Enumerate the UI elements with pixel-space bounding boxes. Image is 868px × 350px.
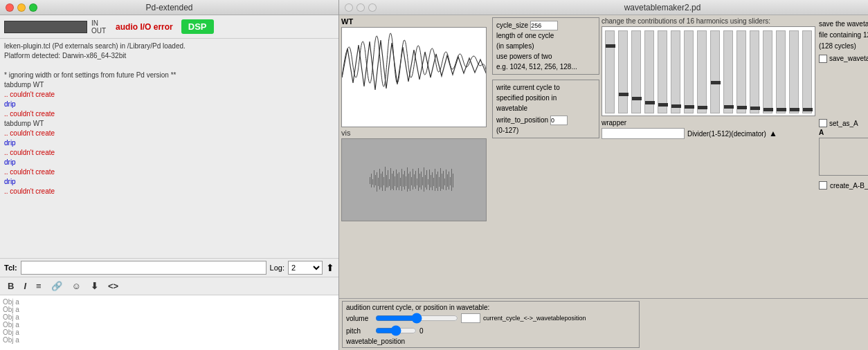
cycle-pos-label: current_cycle_<->_wavetableposition <box>483 315 586 322</box>
svg-rect-5 <box>374 170 374 187</box>
svg-rect-27 <box>404 171 405 190</box>
wt-label: WT <box>341 17 490 26</box>
a-label: A <box>819 129 868 136</box>
vis-canvas <box>341 138 487 221</box>
svg-rect-21 <box>396 169 397 190</box>
text-editor-area[interactable]: Obj a Obj a Obj a Obj a Obj a Obj a <box>0 295 338 350</box>
dsp-button[interactable]: DSP <box>181 19 214 34</box>
svg-rect-2 <box>370 177 370 184</box>
console-line: tabdump WT <box>4 119 334 129</box>
right-min[interactable] <box>356 3 365 12</box>
pitch-slider[interactable] <box>375 325 417 336</box>
console-line: drip <box>4 177 334 187</box>
svg-rect-28 <box>406 176 406 186</box>
tcl-label: Tcl: <box>4 264 17 272</box>
svg-rect-37 <box>418 168 419 191</box>
wrapper-row: wrapper <box>602 119 815 127</box>
svg-rect-23 <box>399 172 399 190</box>
pd-console: leken-plugin.tcl (Pd externals search) i… <box>0 39 338 258</box>
svg-rect-51 <box>437 172 438 191</box>
code-button[interactable]: <> <box>106 280 120 292</box>
svg-rect-45 <box>429 169 430 190</box>
set-a-checkbox[interactable] <box>819 119 827 127</box>
svg-rect-58 <box>447 174 448 187</box>
wrapper-input[interactable] <box>602 128 685 139</box>
vis-label: vis <box>341 129 490 137</box>
svg-rect-18 <box>392 174 392 189</box>
svg-rect-33 <box>413 169 413 190</box>
upload-button[interactable]: ⬇ <box>89 280 100 292</box>
audio-error-text: audio I/O error <box>116 22 173 32</box>
console-line: drip <box>4 100 334 109</box>
console-line: .. couldn't create <box>4 187 334 196</box>
write-label1: write current cycle to <box>496 82 595 93</box>
svg-rect-49 <box>435 169 435 191</box>
console-line <box>4 61 334 71</box>
volume-label: volume <box>346 315 372 322</box>
close-button[interactable] <box>6 3 14 12</box>
svg-rect-20 <box>395 176 395 186</box>
wavetable-pos-row: wavetable_position <box>346 338 635 345</box>
pd-toolbar: IN OUT audio I/O error DSP <box>0 15 338 39</box>
save-line3: (128 cycles) <box>819 41 868 52</box>
svg-rect-16 <box>389 179 390 186</box>
svg-rect-19 <box>393 171 394 190</box>
write-position-input[interactable] <box>550 116 568 125</box>
volume-row: volume current_cycle_<->_wavetablepositi… <box>346 313 635 324</box>
wavetable-titlebar: wavetablemaker2.pd <box>339 0 868 15</box>
log-select[interactable]: 2 1 3 <box>288 261 323 275</box>
emoji-button[interactable]: ☺ <box>70 280 83 292</box>
svg-rect-26 <box>403 174 404 187</box>
minimize-button[interactable] <box>17 3 26 12</box>
svg-rect-34 <box>414 174 415 187</box>
cycle-hint4: e.g. 1024, 512, 256, 128... <box>496 62 595 72</box>
svg-rect-55 <box>443 171 444 190</box>
svg-rect-42 <box>425 175 426 187</box>
set-a-section: set_as_A A <box>819 119 868 176</box>
harmonics-sliders <box>602 26 815 116</box>
cycle-hint2: (in samples) <box>496 41 595 51</box>
save-wavetable-checkbox[interactable] <box>819 55 827 63</box>
svg-rect-50 <box>436 174 437 188</box>
maximize-button[interactable] <box>29 3 37 12</box>
audition-box: audition current cycle, or position in w… <box>342 301 640 348</box>
list-button[interactable]: ≡ <box>34 280 44 292</box>
cycle-size-input[interactable] <box>530 21 558 30</box>
right-max[interactable] <box>368 3 377 12</box>
cycle-size-label: cycle_size <box>496 20 528 30</box>
svg-rect-38 <box>419 174 420 187</box>
out-label: OUT <box>91 27 106 35</box>
bold-button[interactable]: B <box>6 280 16 292</box>
tcl-input[interactable] <box>21 261 266 275</box>
vis-svg <box>342 139 487 221</box>
svg-rect-47 <box>432 172 433 190</box>
write-input-label: write_to_position <box>496 115 548 125</box>
italic-button[interactable]: I <box>21 280 28 292</box>
log-arrow[interactable]: ⬆ <box>326 262 334 273</box>
svg-rect-44 <box>428 179 428 185</box>
svg-rect-12 <box>383 177 384 185</box>
a-preview <box>819 138 868 176</box>
console-line: .. couldn't create <box>4 90 334 100</box>
volume-slider[interactable] <box>375 313 458 324</box>
console-line: .. couldn't create <box>4 109 334 119</box>
set-a-label: set_as_A <box>829 120 858 127</box>
divider-row: Divider(1-512)(decimator) ▲ <box>602 128 815 139</box>
console-line: .. couldn't create <box>4 129 334 138</box>
link-button[interactable]: 🔗 <box>49 280 64 292</box>
svg-rect-62 <box>453 174 453 187</box>
svg-rect-57 <box>446 169 446 190</box>
svg-rect-4 <box>372 179 373 185</box>
right-close[interactable] <box>345 3 353 12</box>
right-main-content: WT vis <box>339 15 868 298</box>
log-label: Log: <box>270 264 284 272</box>
pitch-label: pitch <box>346 327 372 335</box>
morph-checkbox[interactable] <box>819 181 827 190</box>
svg-rect-46 <box>431 175 431 187</box>
console-line: leken-plugin.tcl (Pd externals search) i… <box>4 42 334 51</box>
save-line1: save the wavetable as a wav <box>819 19 868 30</box>
svg-rect-13 <box>385 167 386 191</box>
svg-rect-36 <box>417 178 417 185</box>
svg-rect-14 <box>386 175 387 187</box>
divider-arrow: ▲ <box>769 129 777 138</box>
